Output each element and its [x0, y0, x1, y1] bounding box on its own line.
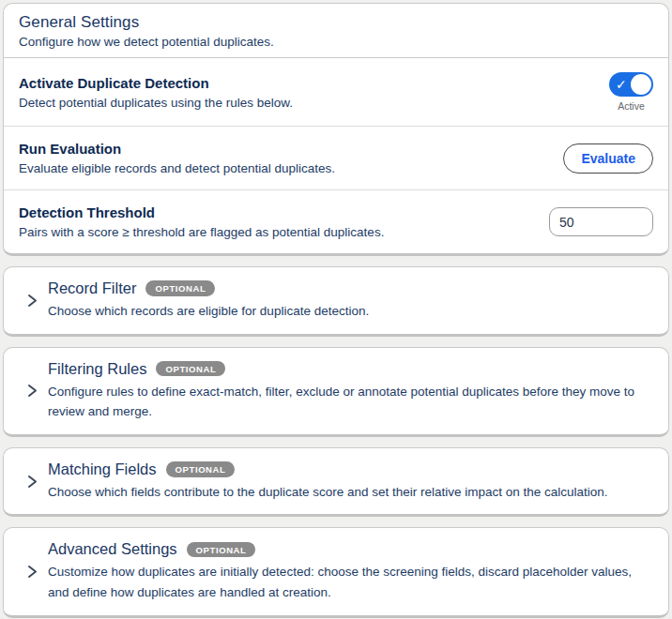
section-title: Record Filter	[48, 279, 136, 297]
section-title: Filtering Rules	[48, 360, 146, 378]
section-description: Choose which fields contribute to the du…	[48, 482, 653, 503]
chevron-right-icon	[26, 384, 39, 398]
duplicate-detection-toggle-group: ✓ Active	[609, 72, 653, 112]
setting-text: Run Evaluation Evaluate eligible records…	[19, 141, 335, 175]
toggle-knob	[631, 74, 651, 95]
page-subtitle: Configure how we detect potential duplic…	[19, 35, 653, 49]
section-content: Filtering Rules OPTIONAL Configure rules…	[48, 360, 653, 422]
section-description: Choose which records are eligible for du…	[48, 301, 653, 322]
evaluate-button[interactable]: Evaluate	[563, 143, 653, 174]
section-content: Record Filter OPTIONAL Choose which reco…	[48, 279, 653, 322]
matching-fields-expander[interactable]: Matching Fields OPTIONAL Choose which fi…	[4, 448, 668, 515]
setting-row-detection-threshold: Detection Threshold Pairs with a score ≥…	[4, 189, 668, 253]
setting-text: Detection Threshold Pairs with a score ≥…	[19, 204, 384, 239]
page-title: General Settings	[19, 13, 653, 32]
chevron-right-icon	[26, 294, 39, 308]
setting-title: Detection Threshold	[19, 204, 384, 220]
optional-badge: OPTIONAL	[166, 461, 236, 477]
toggle-state-label: Active	[618, 100, 645, 112]
setting-row-activate-detection: Activate Duplicate Detection Detect pote…	[4, 58, 668, 126]
filtering-rules-expander[interactable]: Filtering Rules OPTIONAL Configure rules…	[4, 348, 668, 434]
check-icon: ✓	[616, 78, 627, 91]
setting-description: Detect potential duplicates using the ru…	[19, 96, 293, 110]
chevron-right-icon	[26, 565, 39, 579]
optional-badge: OPTIONAL	[187, 542, 256, 558]
setting-text: Activate Duplicate Detection Detect pote…	[19, 75, 293, 110]
optional-badge: OPTIONAL	[145, 280, 215, 296]
advanced-settings-expander[interactable]: Advanced Settings OPTIONAL Customize how…	[4, 528, 668, 614]
section-content: Matching Fields OPTIONAL Choose which fi…	[48, 460, 653, 503]
setting-title: Run Evaluation	[19, 141, 335, 157]
setting-description: Pairs with a score ≥ threshold are flagg…	[19, 225, 384, 239]
chevron-right-icon	[26, 475, 39, 489]
section-description: Customize how duplicates are initially d…	[48, 562, 653, 602]
section-title: Advanced Settings	[48, 540, 177, 558]
setting-title: Activate Duplicate Detection	[19, 75, 293, 91]
setting-description: Evaluate eligible records and detect pot…	[19, 161, 335, 175]
general-settings-card: General Settings Configure how we detect…	[3, 3, 669, 256]
record-filter-card: Record Filter OPTIONAL Choose which reco…	[3, 266, 669, 337]
general-settings-header: General Settings Configure how we detect…	[4, 4, 668, 57]
duplicate-detection-toggle[interactable]: ✓	[609, 72, 653, 97]
section-content: Advanced Settings OPTIONAL Customize how…	[48, 540, 653, 602]
setting-row-run-evaluation: Run Evaluation Evaluate eligible records…	[4, 126, 668, 189]
advanced-settings-card: Advanced Settings OPTIONAL Customize how…	[3, 527, 669, 617]
section-description: Configure rules to define exact-match, f…	[48, 382, 653, 422]
filtering-rules-card: Filtering Rules OPTIONAL Configure rules…	[3, 347, 669, 437]
optional-badge: OPTIONAL	[156, 361, 225, 377]
section-title: Matching Fields	[48, 460, 157, 478]
threshold-input[interactable]	[549, 207, 653, 236]
matching-fields-card: Matching Fields OPTIONAL Choose which fi…	[3, 447, 669, 518]
record-filter-expander[interactable]: Record Filter OPTIONAL Choose which reco…	[4, 267, 668, 334]
